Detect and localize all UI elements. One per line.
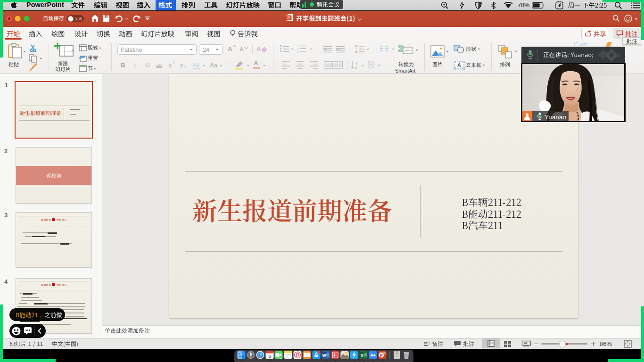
svg-text:X: X — [361, 353, 363, 358]
svg-text:3: 3 — [297, 50, 298, 53]
svg-text:Z: Z — [355, 66, 357, 69]
svg-text:P: P — [380, 353, 383, 358]
svg-text:A: A — [355, 61, 358, 66]
svg-text:P: P — [287, 16, 290, 20]
svg-text:6: 6 — [268, 354, 271, 359]
